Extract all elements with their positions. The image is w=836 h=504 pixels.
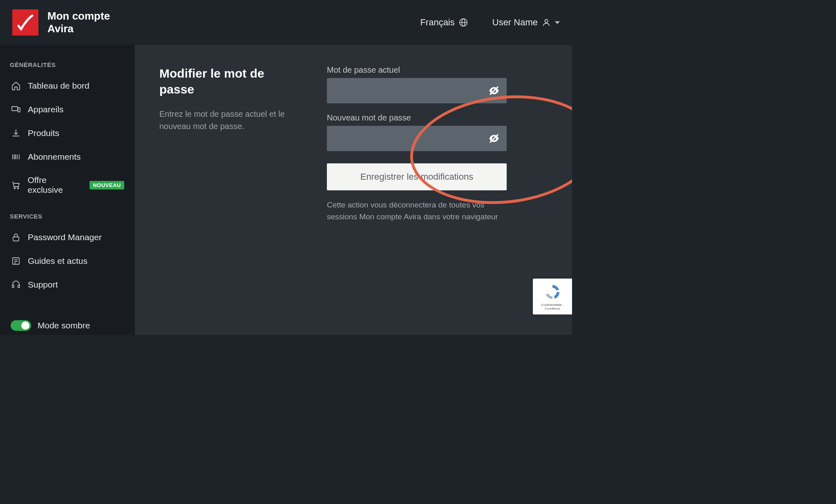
new-password-input[interactable]	[327, 126, 507, 151]
headset-icon	[11, 279, 21, 290]
dark-mode-toggle[interactable]	[11, 320, 31, 331]
sidebar-item-subscriptions[interactable]: Abonnements	[8, 147, 127, 167]
current-password-label: Mot de passe actuel	[327, 65, 507, 75]
avira-logo-icon	[12, 9, 38, 36]
svg-point-12	[17, 188, 18, 189]
download-icon	[11, 128, 21, 138]
sidebar: GÉNÉRALITÉS Tableau de bord Appareils Pr…	[0, 45, 135, 335]
barcode-icon	[11, 152, 21, 162]
sidebar-item-products[interactable]: Produits	[8, 123, 127, 143]
sidebar-item-password-manager[interactable]: Password Manager	[8, 227, 127, 248]
svg-rect-5	[18, 108, 20, 112]
devices-icon	[11, 104, 21, 115]
page-title: Modifier le mot de passe	[159, 65, 298, 97]
sidebar-section-services: SERVICES	[10, 213, 125, 220]
news-icon	[11, 256, 21, 266]
save-changes-button[interactable]: Enregistrer les modifications	[327, 163, 507, 190]
main-content: Modifier le mot de passe Entrez le mot d…	[135, 45, 572, 335]
recaptcha-badge: Confidentialité - Conditions	[533, 279, 572, 314]
new-password-label: Nouveau mot de passe	[327, 113, 507, 123]
recaptcha-icon	[543, 283, 562, 301]
sidebar-item-label: Appareils	[28, 105, 64, 114]
logout-warning-text: Cette action vous déconnectera de toutes…	[327, 199, 507, 223]
sidebar-item-dashboard[interactable]: Tableau de bord	[8, 76, 127, 96]
brand: Mon compte Avira	[12, 9, 121, 36]
sidebar-item-label: Tableau de bord	[28, 81, 89, 91]
dark-mode-label: Mode sombre	[38, 321, 90, 330]
recaptcha-footer: Confidentialité - Conditions	[535, 303, 570, 310]
sidebar-item-label: Produits	[28, 128, 59, 138]
toggle-visibility-current-icon[interactable]	[487, 84, 501, 98]
chevron-down-icon	[555, 21, 560, 24]
svg-point-11	[14, 188, 15, 189]
user-label: User Name	[492, 17, 538, 28]
sidebar-item-guides[interactable]: Guides et actus	[8, 251, 127, 271]
sidebar-section-general: GÉNÉRALITÉS	[10, 61, 125, 68]
svg-point-3	[545, 20, 548, 22]
brand-title: Mon compte Avira	[47, 10, 121, 35]
language-label: Français	[420, 17, 454, 28]
sidebar-item-label: Password Manager	[28, 232, 102, 242]
sidebar-item-devices[interactable]: Appareils	[8, 99, 127, 120]
current-password-input[interactable]	[327, 78, 507, 103]
dark-mode-row: Mode sombre	[8, 313, 127, 331]
svg-rect-19	[18, 285, 20, 288]
page-subtitle: Entrez le mot de passe actuel et le nouv…	[159, 108, 298, 132]
lock-icon	[11, 232, 21, 243]
svg-rect-4	[12, 107, 18, 111]
toggle-visibility-new-icon[interactable]	[487, 132, 501, 145]
home-icon	[11, 80, 21, 91]
sidebar-item-label: Offre exclusive	[28, 175, 83, 195]
language-picker[interactable]: Français	[420, 17, 467, 28]
new-badge: NOUVEAU	[89, 181, 124, 190]
shell: GÉNÉRALITÉS Tableau de bord Appareils Pr…	[0, 45, 572, 335]
sidebar-item-label: Support	[28, 280, 58, 290]
sidebar-item-label: Abonnements	[28, 152, 81, 162]
user-menu[interactable]: User Name	[492, 17, 560, 28]
topbar-right: Français User Name	[420, 17, 560, 28]
sidebar-item-label: Guides et actus	[28, 256, 87, 266]
svg-rect-18	[12, 285, 14, 288]
sidebar-item-support[interactable]: Support	[8, 274, 127, 295]
sidebar-item-exclusive-offer[interactable]: Offre exclusive NOUVEAU	[8, 170, 127, 200]
cart-icon	[11, 180, 21, 190]
svg-rect-13	[13, 237, 19, 241]
user-icon	[542, 18, 551, 27]
topbar: Mon compte Avira Français User Name	[0, 0, 572, 45]
globe-icon	[459, 18, 468, 27]
